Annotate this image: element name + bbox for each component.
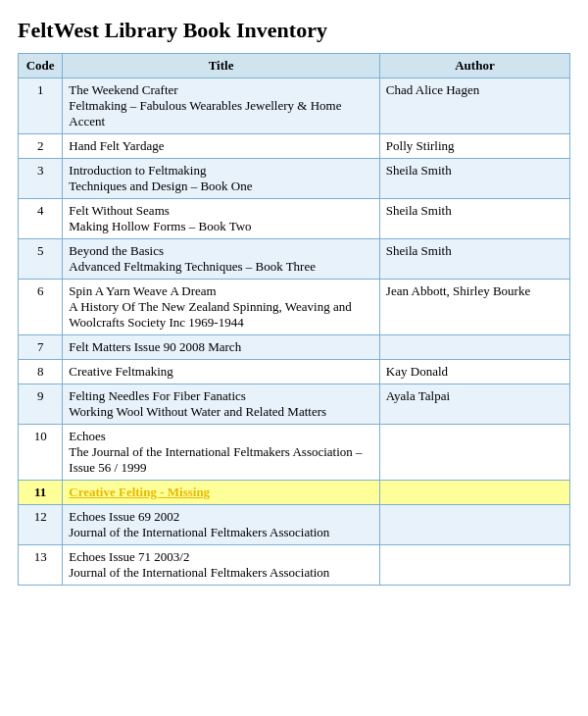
row-author: Chad Alice Hagen [379, 78, 569, 134]
title-line1: Beyond the Basics [69, 243, 164, 258]
header-title: Title [63, 54, 380, 78]
row-author: Sheila Smith [379, 199, 569, 239]
row-code: 3 [19, 159, 63, 199]
title-line1: Echoes Issue 69 2002 [69, 509, 179, 524]
title-line1: Felt Matters Issue 90 2008 March [69, 339, 241, 354]
row-title: Creative Feltmaking [63, 360, 380, 384]
row-code: 7 [19, 335, 63, 360]
missing-label: Creative Felting - Missing [69, 485, 210, 499]
table-row: 7Felt Matters Issue 90 2008 March [19, 335, 570, 360]
row-title: Hand Felt Yardage [63, 134, 380, 159]
row-author [379, 425, 569, 481]
inventory-table: Code Title Author 1The Weekend CrafterFe… [18, 53, 570, 586]
title-line2: Techniques and Design – Book One [69, 179, 373, 194]
row-author: Ayala Talpai [379, 384, 569, 425]
row-code: 11 [19, 481, 63, 505]
row-title: Felt Matters Issue 90 2008 March [63, 335, 380, 360]
title-line2: Working Wool Without Water and Related M… [69, 404, 373, 420]
title-line2: Journal of the International Feltmakers … [69, 565, 373, 581]
row-author [379, 335, 569, 360]
title-line1: Echoes [69, 429, 106, 443]
table-row: 11Creative Felting - Missing [19, 481, 570, 505]
row-code: 8 [19, 360, 63, 384]
row-code: 2 [19, 134, 63, 159]
row-author [379, 505, 569, 545]
row-author: Jean Abbott, Shirley Bourke [379, 280, 569, 335]
title-line2: Feltmaking – Fabulous Wearables Jeweller… [69, 98, 373, 129]
row-code: 1 [19, 78, 63, 134]
page-title: FeltWest Library Book Inventory [18, 18, 570, 43]
table-row: 12Echoes Issue 69 2002Journal of the Int… [19, 505, 570, 545]
row-title: EchoesThe Journal of the International F… [63, 425, 380, 481]
title-line1: Creative Feltmaking [69, 364, 173, 379]
row-code: 10 [19, 425, 63, 481]
header-code: Code [19, 54, 63, 78]
row-author: Kay Donald [379, 360, 569, 384]
row-author [379, 481, 569, 505]
title-line1: Hand Felt Yardage [69, 138, 164, 153]
row-code: 6 [19, 280, 63, 335]
row-code: 4 [19, 199, 63, 239]
title-line2: Advanced Feltmaking Techniques – Book Th… [69, 259, 373, 275]
table-row: 10EchoesThe Journal of the International… [19, 425, 570, 481]
row-title: Spin A Yarn Weave A DreamA History Of Th… [63, 280, 380, 335]
title-line2: Journal of the International Feltmakers … [69, 525, 373, 540]
row-code: 9 [19, 384, 63, 425]
row-author: Sheila Smith [379, 159, 569, 199]
row-title: The Weekend CrafterFeltmaking – Fabulous… [63, 78, 380, 134]
table-row: 5Beyond the BasicsAdvanced Feltmaking Te… [19, 239, 570, 280]
row-title: Echoes Issue 71 2003/2Journal of the Int… [63, 545, 380, 586]
title-line1: Echoes Issue 71 2003/2 [69, 549, 189, 564]
row-title: Felting Needles For Fiber FanaticsWorkin… [63, 384, 380, 425]
title-line2: Making Hollow Forms – Book Two [69, 219, 373, 234]
title-line1: Felt Without Seams [69, 203, 170, 218]
row-title: Beyond the BasicsAdvanced Feltmaking Tec… [63, 239, 380, 280]
row-title: Creative Felting - Missing [63, 481, 380, 505]
table-row: 3Introduction to FeltmakingTechniques an… [19, 159, 570, 199]
row-code: 12 [19, 505, 63, 545]
title-line2: The Journal of the International Feltmak… [69, 444, 373, 476]
table-row: 8Creative FeltmakingKay Donald [19, 360, 570, 384]
title-line1: The Weekend Crafter [69, 82, 177, 97]
table-row: 6Spin A Yarn Weave A DreamA History Of T… [19, 280, 570, 335]
header-author: Author [379, 54, 569, 78]
table-row: 13Echoes Issue 71 2003/2Journal of the I… [19, 545, 570, 586]
row-author [379, 545, 569, 586]
row-title: Introduction to FeltmakingTechniques and… [63, 159, 380, 199]
row-title: Echoes Issue 69 2002Journal of the Inter… [63, 505, 380, 545]
title-line1: Felting Needles For Fiber Fanatics [69, 388, 246, 403]
row-title: Felt Without SeamsMaking Hollow Forms – … [63, 199, 380, 239]
table-row: 9Felting Needles For Fiber FanaticsWorki… [19, 384, 570, 425]
table-header-row: Code Title Author [19, 54, 570, 78]
title-line1: Spin A Yarn Weave A Dream [69, 283, 216, 298]
table-row: 2Hand Felt YardagePolly Stirling [19, 134, 570, 159]
title-line2: A History Of The New Zealand Spinning, W… [69, 299, 373, 331]
title-line1: Introduction to Feltmaking [69, 163, 206, 178]
row-code: 5 [19, 239, 63, 280]
table-row: 4Felt Without SeamsMaking Hollow Forms –… [19, 199, 570, 239]
row-code: 13 [19, 545, 63, 586]
row-author: Polly Stirling [379, 134, 569, 159]
table-row: 1The Weekend CrafterFeltmaking – Fabulou… [19, 78, 570, 134]
row-author: Sheila Smith [379, 239, 569, 280]
